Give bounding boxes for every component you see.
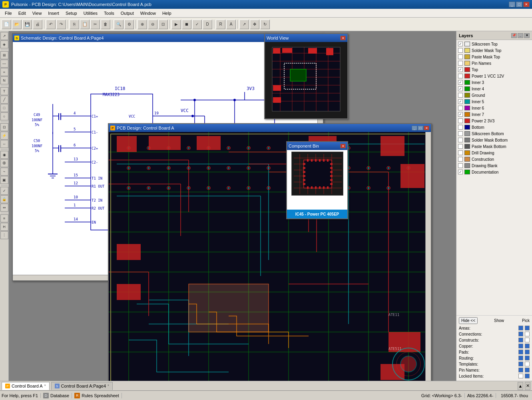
lt-pad[interactable]: ◉ [0,151,8,159]
tab-control-board-a[interactable]: P Control Board A * [2,382,50,390]
tb-zoom-out[interactable]: ⊖ [148,20,157,29]
component-bin-content[interactable] [287,150,347,210]
layer-checkbox-19[interactable] [458,163,463,168]
tb-find[interactable]: 🔍 [114,20,124,29]
close-button[interactable]: ✕ [523,2,530,7]
layer-checkbox-18[interactable] [458,157,463,162]
layer-checkbox-5[interactable] [458,74,463,78]
layer-checkbox-0[interactable] [458,42,463,46]
layers-minimize[interactable]: _ [518,33,523,38]
tb-stop[interactable]: ⏹ [182,20,191,29]
layer-checkbox-11[interactable] [458,112,463,117]
tb-autoroute[interactable]: A [226,20,236,29]
menu-insert[interactable]: Insert [45,10,62,16]
layer-checkbox-9[interactable] [458,99,463,104]
tb-run[interactable]: ▶ [171,20,181,29]
tb-properties[interactable]: ⚙ [124,20,134,29]
lt-component[interactable]: ⊞ [0,51,8,59]
maximize-button[interactable]: □ [516,2,522,7]
lbr-show-3[interactable] [518,344,523,348]
pcb-content[interactable]: ATE511 ATE11 [109,132,431,381]
lbr-pick-7[interactable] [525,368,530,372]
lt-net[interactable]: N [0,76,8,84]
menu-edit[interactable]: Edit [15,10,29,16]
layer-checkbox-1[interactable] [458,48,463,53]
tb-move[interactable]: ✥ [250,20,259,29]
layer-checkbox-10[interactable] [458,106,463,110]
lt-net-class[interactable]: ≡ [0,214,8,222]
lt-circle[interactable]: ○ [0,112,8,120]
menu-file[interactable]: File [2,10,15,16]
lt-zoom-area[interactable]: ⊡ [0,123,8,131]
lt-copper[interactable]: ▣ [0,176,8,184]
lt-bus[interactable]: = [0,68,8,76]
rules-label[interactable]: Rules Spreadsheet [82,393,119,398]
layer-checkbox-17[interactable] [458,150,463,155]
lbr-pick-0[interactable] [525,326,530,330]
layer-checkbox-20[interactable] [458,170,463,174]
lt-probe[interactable]: ⚡ [0,132,8,140]
lt-via[interactable]: ⦿ [0,159,8,167]
lt-select2[interactable]: ◈ [0,40,8,48]
tb-check[interactable]: ✓ [192,20,202,29]
tab-scroll-btn[interactable]: ▲ [518,382,523,390]
tab-control-board-page4[interactable]: S Control Board A:Page4 * [51,382,113,390]
pcb-vscroll[interactable] [425,132,431,381]
tb-rotate[interactable]: ↻ [260,20,270,29]
tb-copy[interactable]: ⎘ [70,20,79,29]
lbr-show-4[interactable] [518,350,523,354]
lt-drc[interactable]: ✓ [0,187,8,195]
lt-mirror[interactable]: ⇔ [0,204,8,212]
layers-close[interactable]: ✕ [524,33,530,38]
tb-save[interactable]: 💾 [22,20,32,29]
lbr-show-7[interactable] [518,368,523,372]
lbr-pick-5[interactable] [525,356,530,360]
lbr-pick-2[interactable] [525,338,530,342]
lt-net-hi[interactable]: H [0,223,8,231]
tb-new[interactable]: 📄 [2,20,11,29]
tb-select[interactable]: ↗ [239,20,249,29]
lt-more[interactable]: ⋮ [0,231,8,239]
lt-lock[interactable]: 🔒 [0,195,8,203]
lbr-show-8[interactable] [518,374,523,378]
layer-checkbox-15[interactable] [458,138,463,142]
menu-utilities[interactable]: Utilities [80,10,101,16]
tb-zoom-fit[interactable]: ⊡ [158,20,168,29]
tb-route[interactable]: R [216,20,225,29]
layer-checkbox-14[interactable] [458,131,463,136]
lbr-show-2[interactable] [518,338,523,342]
layers-pin[interactable]: 📌 [511,33,517,38]
layer-checkbox-13[interactable] [458,125,463,130]
menu-view[interactable]: View [29,10,45,16]
pcb-maximize[interactable]: □ [418,126,423,130]
layer-checkbox-2[interactable] [458,54,463,59]
lt-rect[interactable]: □ [0,104,8,112]
tb-open[interactable]: 📂 [12,20,22,29]
tb-delete[interactable]: 🗑 [101,20,110,29]
lbr-show-1[interactable] [518,332,523,336]
layer-checkbox-7[interactable] [458,86,463,91]
tb-zoom-in[interactable]: ⊕ [137,20,147,29]
lt-select[interactable]: ↗ [0,32,8,40]
layer-checkbox-12[interactable] [458,118,463,123]
tb-redo[interactable]: ↷ [56,20,66,29]
lbr-show-5[interactable] [518,356,523,360]
layer-checkbox-4[interactable] [458,67,463,72]
lt-track[interactable]: ~ [0,168,8,176]
lbr-show-6[interactable] [518,362,523,366]
lbr-pick-6[interactable] [525,362,530,366]
lbr-pick-3[interactable] [525,344,530,348]
tb-drc[interactable]: D [203,20,212,29]
lbr-pick-4[interactable] [525,350,530,354]
menu-setup[interactable]: Setup [62,10,80,16]
layer-checkbox-16[interactable] [458,144,463,149]
lt-line[interactable]: ╱ [0,96,8,104]
lbr-show-0[interactable] [518,326,523,330]
pcb-close[interactable]: ✕ [424,126,429,130]
menu-window[interactable]: Window [137,10,159,16]
wv-close[interactable]: ✕ [340,36,346,40]
menu-output[interactable]: Output [118,10,137,16]
tb-paste[interactable]: 📋 [80,20,90,29]
tb-cut[interactable]: ✂ [90,20,100,29]
pcb-minimize[interactable]: _ [412,126,417,130]
